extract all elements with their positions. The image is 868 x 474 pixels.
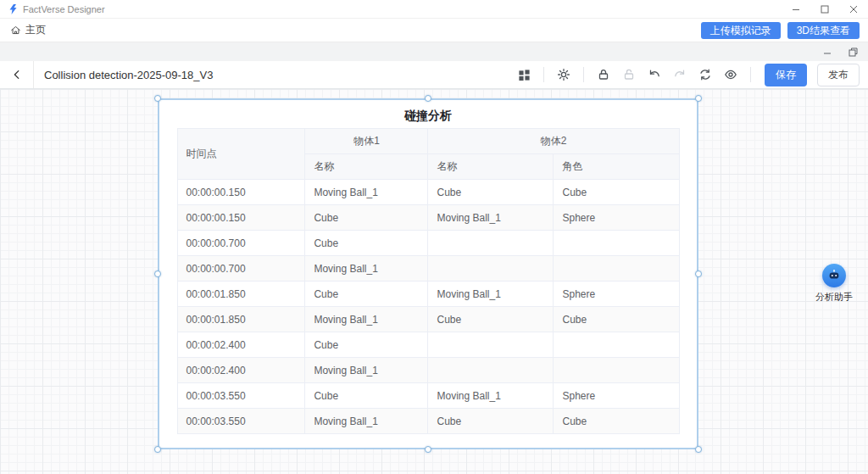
- save-button[interactable]: 保存: [765, 64, 807, 86]
- window-titlebar: FactVerse Designer: [0, 0, 868, 19]
- undo-icon: [648, 68, 661, 81]
- table-row: 00:00:00.700Cube: [177, 231, 679, 256]
- publish-button[interactable]: 发布: [817, 64, 860, 86]
- table-row: 00:00:03.550CubeMoving Ball_1Sphere: [177, 383, 679, 409]
- home-label: 主页: [25, 23, 46, 37]
- table-cell: [428, 231, 554, 256]
- gear-icon: [557, 68, 570, 81]
- assistant-robot-icon: [822, 264, 846, 287]
- maximize-icon: [821, 5, 829, 14]
- panel-minimize-button[interactable]: [821, 45, 834, 59]
- table-cell: 00:00:00.700: [177, 256, 305, 282]
- app-title: FactVerse Designer: [23, 4, 105, 14]
- table-cell: Cube: [305, 282, 428, 307]
- window-close-button[interactable]: [839, 0, 868, 19]
- view-3d-results-button[interactable]: 3D结果查看: [787, 22, 860, 39]
- panel-restore-button[interactable]: [846, 45, 860, 59]
- upload-sim-record-button[interactable]: 上传模拟记录: [701, 22, 781, 39]
- table-cell: Cube: [428, 409, 554, 434]
- components-button[interactable]: [513, 64, 535, 86]
- table-header-row: 时间点 物体1 物体2: [177, 129, 679, 154]
- resize-handle-s[interactable]: [425, 446, 431, 453]
- resize-handle-e[interactable]: [695, 270, 702, 277]
- toolbar-divider: [543, 67, 544, 82]
- collision-table: 时间点 物体1 物体2 名称 名称 角色 00:00:00.150Moving …: [177, 128, 680, 434]
- table-cell: Moving Ball_1: [305, 358, 428, 383]
- table-cell: Moving Ball_1: [428, 383, 554, 409]
- table-row: 00:00:00.150CubeMoving Ball_1Sphere: [177, 205, 679, 231]
- unlock-icon: [622, 68, 636, 81]
- lock-button[interactable]: [593, 64, 615, 86]
- table-cell: Moving Ball_1: [428, 282, 554, 307]
- table-cell: Cube: [305, 205, 428, 231]
- redo-icon: [673, 68, 687, 81]
- resize-handle-se[interactable]: [695, 446, 702, 453]
- header-object1-name: 名称: [305, 154, 428, 180]
- table-cell: 00:00:00.150: [177, 180, 305, 205]
- undo-button[interactable]: [643, 64, 665, 86]
- table-cell: [554, 358, 679, 383]
- refresh-button[interactable]: [694, 64, 716, 86]
- settings-button[interactable]: [553, 64, 575, 86]
- resize-handle-nw[interactable]: [154, 95, 161, 102]
- design-canvas[interactable]: 碰撞分析 时间点 物体1 物体2 名称 名称 角色 00:00:00.150Mo…: [0, 89, 868, 474]
- table-cell: Cube: [305, 231, 428, 256]
- panel-restore-icon: [849, 47, 858, 57]
- preview-button[interactable]: [720, 64, 742, 86]
- window-maximize-button[interactable]: [810, 0, 839, 19]
- table-row: 00:00:00.700Moving Ball_1: [177, 256, 679, 282]
- back-button[interactable]: [0, 61, 34, 88]
- table-row: 00:00:01.850CubeMoving Ball_1Sphere: [177, 282, 679, 307]
- table-cell: Moving Ball_1: [305, 256, 428, 282]
- header-object1: 物体1: [305, 129, 428, 154]
- table-cell: 00:00:00.150: [177, 205, 305, 231]
- document-title: Collision detection-2025-09-18_V3: [44, 69, 213, 81]
- table-row: 00:00:03.550Moving Ball_1CubeCube: [177, 409, 679, 434]
- table-cell: [554, 332, 679, 358]
- table-cell: [428, 332, 554, 358]
- selected-table-widget[interactable]: 碰撞分析 时间点 物体1 物体2 名称 名称 角色 00:00:00.150Mo…: [158, 98, 698, 449]
- analysis-assistant-button[interactable]: 分析助手: [812, 264, 856, 304]
- header-object2: 物体2: [428, 129, 679, 154]
- app-logo-icon: [8, 4, 18, 14]
- table-cell: 00:00:02.400: [177, 332, 305, 358]
- resize-handle-n[interactable]: [425, 95, 431, 102]
- table-cell: [428, 358, 554, 383]
- table-cell: Cube: [554, 180, 679, 205]
- back-chevron-icon: [11, 69, 23, 81]
- table-cell: Cube: [305, 332, 428, 358]
- table-cell: Cube: [305, 383, 428, 409]
- resize-handle-ne[interactable]: [695, 95, 702, 102]
- table-cell: Cube: [554, 307, 679, 332]
- table-cell: [554, 231, 679, 256]
- table-cell: Moving Ball_1: [305, 409, 428, 434]
- table-cell: Moving Ball_1: [305, 180, 428, 205]
- toolbar-divider: [750, 67, 751, 82]
- header-object2-role: 角色: [554, 154, 679, 180]
- redo-button: [669, 64, 691, 86]
- table-cell: 00:00:02.400: [177, 358, 305, 383]
- table-title: 碰撞分析: [159, 107, 697, 124]
- home-nav[interactable]: 主页: [10, 23, 46, 37]
- editor-toolbar: Collision detection-2025-09-18_V3: [0, 61, 868, 89]
- lock-icon: [597, 68, 610, 81]
- table-cell: 00:00:03.550: [177, 409, 305, 434]
- eye-icon: [724, 68, 737, 81]
- resize-handle-w[interactable]: [154, 270, 161, 277]
- toolbar-divider: [583, 67, 584, 82]
- refresh-sync-icon: [698, 68, 712, 81]
- table-cell: Cube: [428, 180, 554, 205]
- table-cell: 00:00:01.850: [177, 282, 305, 307]
- header-object2-name: 名称: [428, 154, 554, 180]
- table-row: 00:00:02.400Moving Ball_1: [177, 358, 679, 383]
- close-icon: [849, 5, 858, 14]
- window-minimize-button[interactable]: [782, 0, 810, 19]
- table-cell: Moving Ball_1: [305, 307, 428, 332]
- table-cell: Cube: [428, 307, 554, 332]
- minimize-icon: [792, 5, 800, 14]
- table-cell: 00:00:01.850: [177, 307, 305, 332]
- unlock-button: [618, 64, 640, 86]
- resize-handle-sw[interactable]: [154, 446, 161, 453]
- table-cell: Sphere: [554, 282, 679, 307]
- table-row: 00:00:02.400Cube: [177, 332, 679, 358]
